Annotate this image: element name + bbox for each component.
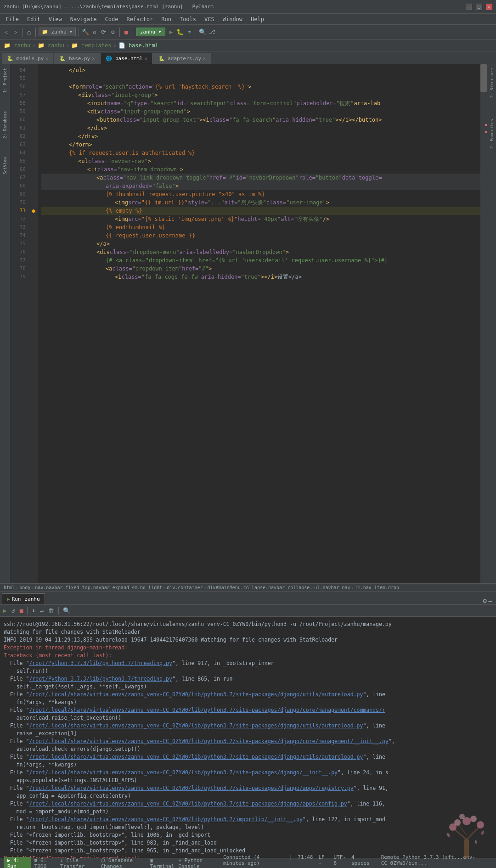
tab-close-base-html[interactable]: × — [145, 56, 147, 61]
run-link-3[interactable]: /root/.local/share/virtualenvs/zanhu_ven… — [29, 691, 363, 698]
forward-icon[interactable]: ▷ — [12, 28, 19, 36]
tab-close-base-py[interactable]: × — [92, 56, 95, 61]
gutter-58 — [29, 99, 38, 107]
tab-adapters-py[interactable]: 🐍 adapters.py × — [153, 53, 211, 64]
path-templates[interactable]: 📁 templates — [71, 42, 111, 49]
gear-settings-icon[interactable]: ⚙ — [483, 597, 486, 604]
settings-icon[interactable]: ⚙ — [109, 28, 117, 36]
menu-edit[interactable]: Edit — [23, 15, 44, 23]
stop-run-button[interactable]: ■ — [18, 606, 25, 615]
status-todo[interactable]: ≡ 6: TODO — [34, 857, 56, 868]
run-link-4[interactable]: /root/.local/share/virtualenvs/zanhu_ven… — [29, 707, 385, 713]
path-zanhu[interactable]: 📁 zanhu — [4, 42, 30, 49]
menu-view[interactable]: View — [45, 15, 66, 23]
run-link-8[interactable]: /root/.local/share/virtualenvs/zanhu_ven… — [29, 769, 338, 776]
run-line-20: File "/root/.local/share/virtualenvs/zan… — [4, 769, 492, 777]
clear-button[interactable]: 🗑 — [47, 606, 56, 615]
menu-navigate[interactable]: Navigate — [67, 15, 101, 23]
run-link-10[interactable]: /root/.local/share/virtualenvs/zanhu_ven… — [29, 800, 347, 807]
status-file-transfer[interactable]: ↕ File Transfer — [60, 857, 97, 868]
run-again-button[interactable]: ▶ — [2, 606, 8, 615]
scroll-thumb[interactable] — [480, 64, 487, 92]
project-button[interactable]: 📁 zanhu ▾ — [39, 28, 76, 36]
left-panels: 1: Project 2: Database SciView — [0, 64, 10, 583]
project-panel-icon[interactable]: 1: Project — [2, 66, 8, 95]
run-icon[interactable]: ▶ — [167, 28, 175, 36]
tab-models-py[interactable]: 🐍 models.py × — [2, 53, 53, 64]
search-icon[interactable]: 🔍 — [199, 28, 206, 36]
status-sep-1: | — [289, 854, 293, 868]
soft-wrap-button[interactable]: ↵ — [39, 606, 45, 615]
minimize-button[interactable]: – — [466, 4, 472, 10]
scroll-to-end-button[interactable]: ⬇ — [30, 606, 37, 615]
run-line-16: File "/root/.local/share/virtualenvs/zan… — [4, 738, 492, 745]
database-panel-icon[interactable]: 2: Database — [2, 109, 8, 141]
status-db-changes[interactable]: ⬡ Database Changes — [101, 857, 146, 868]
menu-code[interactable]: Code — [101, 15, 122, 23]
tab-run-label: Run — [12, 596, 21, 602]
refresh-icon[interactable]: ↺ — [91, 28, 98, 36]
home-icon[interactable]: ⌂ — [25, 28, 33, 36]
line-num-63: 63 — [10, 141, 29, 149]
scroll-minimap[interactable] — [480, 64, 487, 583]
back-icon[interactable]: ◁ — [3, 28, 10, 36]
gutter-65 — [29, 157, 38, 165]
path-zanhu2[interactable]: 📁 zanhu — [38, 42, 64, 49]
run-link-5[interactable]: /root/.local/share/virtualenvs/zanhu_ven… — [29, 722, 363, 729]
run-link-9[interactable]: /root/.local/share/virtualenvs/zanhu_ven… — [29, 785, 353, 791]
tab-run[interactable]: ▶ Run zanhu — [2, 593, 45, 604]
right-scrollbar[interactable] — [480, 64, 487, 583]
run-link-11[interactable]: /root/.local/share/virtualenvs/zanhu_ven… — [29, 816, 302, 823]
status-line-col: 71:48 — [298, 854, 313, 868]
run-link-6[interactable]: /root/.local/share/virtualenvs/zanhu_ven… — [29, 738, 388, 744]
tab-close-models[interactable]: × — [45, 56, 48, 61]
status-terminal[interactable]: ▣ Terminal — [150, 857, 175, 868]
stop-icon[interactable]: ■ — [123, 28, 130, 36]
path-bar: 📁 zanhu › 📁 zanhu › 📁 templates › 📄 base… — [0, 39, 496, 51]
favorites-panel-icon[interactable]: 2: Favorites — [489, 117, 495, 151]
build-icon[interactable]: 🔨 — [82, 28, 89, 36]
run-line-7: self.run() — [4, 667, 492, 675]
tab-base-py[interactable]: 🐍 base.py × — [54, 53, 100, 64]
tab-base-html[interactable]: 🌐 base.html × — [101, 53, 152, 64]
menu-window[interactable]: Window — [219, 15, 246, 23]
run-status-btn[interactable]: ▶ 4: Run — [4, 857, 31, 868]
rerun-button[interactable]: ↺ — [10, 606, 17, 615]
path-file[interactable]: 📄 base.html — [118, 42, 158, 49]
code-content[interactable]: </ul> <form role="search" action="{% url… — [38, 64, 480, 583]
project-label: 📁 zanhu ▾ — [42, 29, 73, 35]
line-num-59: 59 — [10, 107, 29, 116]
status-connected: Connected (4 minutes ago) — [223, 854, 284, 868]
menu-vcs[interactable]: VCS — [201, 15, 218, 23]
menu-file[interactable]: File — [2, 15, 23, 23]
tab-close-adapters[interactable]: × — [203, 56, 206, 61]
line-num-70: 70 — [10, 198, 29, 207]
git-icon[interactable]: ⎇ — [208, 28, 215, 36]
run-config-button[interactable]: zanhu ▾ — [136, 28, 165, 36]
run-link-2[interactable]: /root/Python 3.7.3/lib/python3.7/threadi… — [29, 676, 172, 682]
run-line-29: File "<frozen importlib._bootstrap>", li… — [4, 839, 492, 847]
code-line-58: <input name="q" type="search" id="search… — [41, 99, 480, 107]
sciview-panel-icon[interactable]: SciView — [2, 155, 8, 176]
coverage-icon[interactable]: ☂ — [186, 28, 193, 36]
run-link-7[interactable]: /root/.local/share/virtualenvs/zanhu_ven… — [29, 754, 363, 760]
run-line-11: fn(*args, **kwargs) — [4, 699, 492, 706]
menu-refactor[interactable]: Refactor — [123, 15, 157, 23]
expand-panel-icon[interactable]: — — [489, 597, 492, 604]
code-editor[interactable]: 54 55 56 57 58 59 60 61 62 63 64 65 66 6… — [10, 64, 496, 583]
sync-icon[interactable]: ⟳ — [100, 28, 107, 36]
structure-panel-icon[interactable]: 2: Structure — [489, 66, 495, 100]
menu-run[interactable]: Run — [158, 15, 175, 23]
debug-icon[interactable]: 🐛 — [176, 28, 184, 36]
maximize-button[interactable]: □ — [476, 4, 482, 10]
right-tool-panel: 2: Structure 2: Favorites — [487, 64, 496, 583]
filter-button[interactable]: 🔍 — [62, 606, 72, 615]
run-link-1[interactable]: /root/Python 3.7.3/lib/python3.7/threadi… — [29, 660, 172, 666]
menu-help[interactable]: Help — [247, 15, 268, 23]
close-button[interactable]: × — [486, 4, 492, 10]
run-line-27: return _bootstrap._gcd_import(name[level… — [4, 823, 492, 831]
menu-tools[interactable]: Tools — [176, 15, 200, 23]
line-num-78: 78 — [10, 265, 29, 273]
status-python-console[interactable]: ⚡ Python Console — [178, 857, 218, 868]
run-line-22: File "/root/.local/share/virtualenvs/zan… — [4, 784, 492, 792]
